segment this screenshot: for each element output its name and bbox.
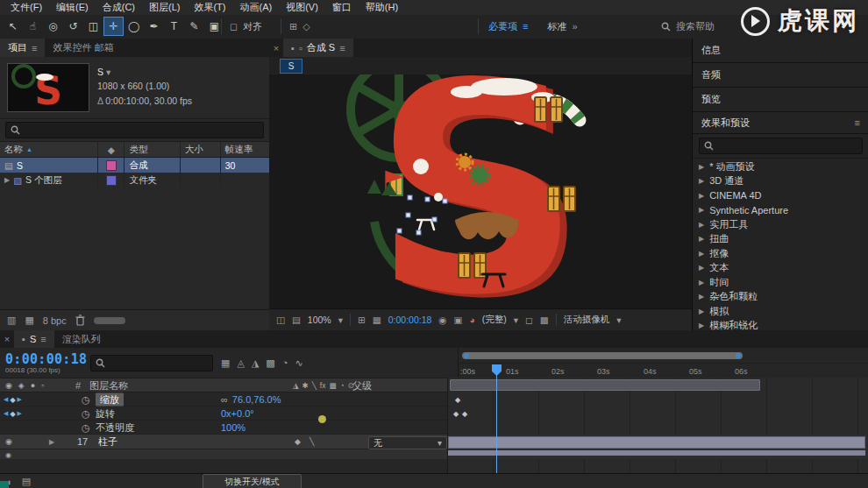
color-depth-button[interactable]: 8 bpc (43, 315, 67, 326)
new-folder-icon[interactable]: ▥ (7, 315, 16, 326)
property-scale-value[interactable]: ∞ 76.0,76.0% (221, 394, 281, 405)
project-row-composition[interactable]: ▤ S 合成 30 (0, 158, 269, 173)
roi-icon[interactable]: ◻ (525, 315, 533, 325)
panel-menu-icon[interactable]: ≡ (339, 43, 345, 53)
viewer-timecode[interactable]: 0:00:00:18 (388, 315, 432, 325)
close-icon[interactable]: × (269, 39, 283, 57)
grid-snap-icon[interactable]: ⊞ (289, 21, 297, 32)
menu-window[interactable]: 窗口 (325, 0, 359, 15)
dropdown-icon[interactable]: ▾ (616, 315, 621, 325)
panel-info[interactable]: 信息 (693, 39, 868, 63)
fx-category-synthetic-aperture[interactable]: ▶Synthetic Aperture (693, 203, 868, 218)
column-framerate[interactable]: 帧速率 (221, 142, 269, 157)
eye-icon[interactable]: ◉ (5, 437, 12, 446)
keyframe-navigator[interactable]: ◀◆▶ (4, 409, 22, 417)
workspace-essentials[interactable]: 必要项 (488, 20, 517, 33)
fx-category-blur-sharpen[interactable]: ▶模糊和锐化 (693, 319, 868, 331)
expand-icon[interactable]: ▶ (4, 176, 10, 184)
layer-index-column[interactable]: # (75, 380, 81, 391)
show-snapshot-icon[interactable]: ▣ (454, 315, 463, 325)
timeline-search-input[interactable] (109, 357, 208, 369)
resolution-select[interactable]: (完整) (482, 314, 507, 326)
column-type[interactable]: 类型 (125, 142, 180, 157)
trash-icon[interactable] (75, 315, 85, 326)
dropdown-icon[interactable]: ▾ (106, 67, 110, 77)
frame-blend-icon[interactable]: ▩ (266, 357, 274, 369)
menu-layer[interactable]: 图层(L) (142, 0, 187, 15)
project-list-empty-area[interactable] (0, 187, 269, 309)
panel-menu-icon[interactable]: ≡ (855, 117, 860, 128)
time-ruler[interactable]: :00s 01s 02s 03s 04s 05s 06s (459, 363, 868, 378)
tab-timeline-composition[interactable]: ▪ S ≡ (14, 330, 54, 348)
fx-category-distort[interactable]: ▶扭曲 (693, 232, 868, 247)
timeline-zoom-scrollbar[interactable] (462, 352, 743, 359)
camera-select[interactable]: 活动摄像机 (564, 314, 610, 326)
rotate-tool[interactable]: ↺ (64, 18, 82, 35)
fx-category-time[interactable]: ▶时间 (693, 275, 868, 290)
tab-effect-controls[interactable]: 效果控件 邮箱 (45, 39, 121, 57)
project-item-thumbnail[interactable]: S (7, 63, 89, 112)
menu-composition[interactable]: 合成(C) (96, 0, 142, 15)
panel-effects-presets[interactable]: 效果和预设 ≡ (693, 112, 868, 134)
fx-category-utility[interactable]: ▶实用工具 (693, 217, 868, 232)
stopwatch-icon[interactable]: ◷ (82, 421, 90, 433)
type-tool[interactable]: T (165, 18, 183, 35)
property-rotation-value[interactable]: 0x+0.0° (221, 408, 254, 419)
comp-breadcrumb-chip[interactable]: S (280, 59, 302, 74)
menu-file[interactable]: 文件(F) (4, 0, 49, 15)
panel-audio[interactable]: 音频 (693, 63, 868, 88)
workspace-menu-icon[interactable]: ≡ (523, 21, 528, 32)
timeline-timecode[interactable]: 0:00:00:18 (5, 351, 82, 367)
property-opacity-label[interactable]: 不透明度 (96, 421, 134, 434)
selection-tool[interactable]: ↖ (4, 18, 22, 35)
fx-category-keying[interactable]: ▶抠像 (693, 246, 868, 261)
column-label[interactable]: ◆ (98, 142, 125, 157)
layer-name[interactable]: 柱子 (98, 435, 117, 449)
tab-project[interactable]: 项目 ≡ (0, 39, 45, 57)
dropdown-icon[interactable]: ▾ (338, 315, 343, 325)
camera-tool[interactable]: ◫ (84, 18, 103, 35)
label-color-chip[interactable] (106, 160, 117, 171)
view-options-icon[interactable]: ◫ (276, 315, 285, 325)
comp-flowchart-icon[interactable]: ▦ (221, 357, 230, 369)
brush-tool[interactable]: ✎ (185, 18, 203, 35)
property-scale-label[interactable]: 缩放 (96, 393, 124, 406)
pen-tool[interactable]: ✒ (145, 18, 163, 35)
menu-help[interactable]: 帮助(H) (359, 0, 405, 15)
project-search-input[interactable] (24, 124, 259, 137)
panel-menu-icon[interactable]: ≡ (40, 334, 46, 344)
keyframe-icon[interactable]: ◆ (455, 396, 460, 404)
mask-options-icon[interactable]: ▦ (373, 315, 381, 325)
layer-row-partial[interactable]: ◉ (0, 449, 868, 459)
label-color-chip[interactable] (106, 175, 117, 186)
workspace-standard[interactable]: 标准 (547, 20, 566, 33)
align-label[interactable]: 对齐 (243, 20, 262, 33)
hand-tool[interactable]: ☝ (24, 18, 42, 35)
grid-guides-icon[interactable]: ⊞ (358, 315, 366, 325)
keyframe-icon[interactable]: ◆ (462, 410, 467, 418)
shape-snap-icon[interactable]: ◇ (302, 21, 309, 32)
playhead-line[interactable] (496, 374, 497, 473)
menu-animation[interactable]: 动画(A) (233, 0, 280, 15)
fx-category-3d-channel[interactable]: ▶3D 通道 (693, 174, 868, 189)
fx-category-animation-presets[interactable]: ▶* 动画预设 (693, 159, 868, 174)
motion-blur-icon[interactable]: ◔ (282, 357, 288, 369)
column-name[interactable]: 名称▲ (0, 142, 98, 157)
graph-editor-icon[interactable]: ∿ (295, 357, 302, 369)
help-search-label[interactable]: 搜索帮助 (676, 20, 715, 33)
keyframe-navigator[interactable]: ◀◆▶ (4, 395, 22, 403)
close-icon[interactable]: × (0, 330, 14, 348)
layer-duration-bar[interactable] (448, 436, 865, 449)
snapshot-icon[interactable]: ◉ (438, 315, 446, 325)
shy-layers-icon[interactable]: ◮ (252, 357, 259, 369)
tab-composition-viewer[interactable]: ▪ ▫ 合成 S ≡ (283, 39, 353, 57)
menu-effect[interactable]: 效果(T) (187, 0, 232, 15)
view-layout-icon[interactable]: ▤ (292, 315, 301, 325)
stopwatch-icon[interactable]: ◷ (82, 407, 90, 419)
transparency-grid-icon[interactable]: ▩ (540, 315, 549, 325)
zoom-level[interactable]: 100% (308, 315, 331, 325)
fx-category-noise-grain[interactable]: ▶杂色和颗粒 (693, 290, 868, 305)
draft-3d-icon[interactable]: ◬ (237, 357, 244, 369)
menu-view[interactable]: 视图(V) (279, 0, 325, 15)
pan-behind-tool[interactable]: ✛ (104, 18, 123, 35)
